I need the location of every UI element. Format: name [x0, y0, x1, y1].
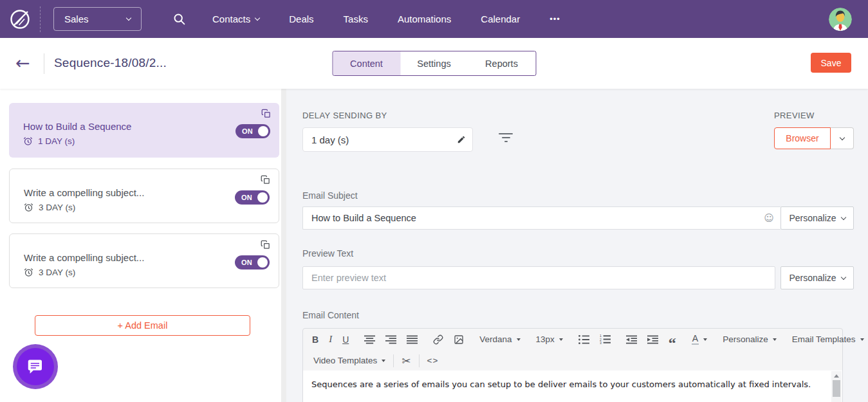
font-size-dropdown[interactable]: 13px: [531, 329, 568, 350]
copy-icon[interactable]: [261, 175, 270, 187]
underline-button[interactable]: U: [337, 329, 354, 350]
email-subject-input[interactable]: [302, 206, 780, 230]
email-card-delay: 3 DAY (s): [24, 203, 75, 212]
video-templates-dropdown[interactable]: Video Templates: [307, 350, 391, 371]
font-color-label: A: [692, 334, 699, 345]
filter-icon[interactable]: [497, 131, 515, 144]
tab-group: Content Settings Reports: [332, 51, 536, 76]
email-body-text: Sequences are a series of emails you can…: [303, 370, 842, 389]
personalize-label: Personalize: [723, 334, 768, 344]
app-logo[interactable]: [0, 8, 40, 31]
delay-input[interactable]: [302, 127, 473, 152]
nav-item-contacts[interactable]: Contacts: [198, 14, 274, 24]
nav-item-deals[interactable]: Deals: [274, 14, 328, 24]
email-card-delay: 1 DAY (s): [23, 136, 75, 146]
copy-icon[interactable]: [261, 109, 271, 121]
add-email-button[interactable]: + Add Email: [35, 315, 250, 336]
nav-more-button[interactable]: •••: [535, 14, 575, 24]
alarm-icon: [24, 268, 33, 277]
align-right-button[interactable]: [380, 329, 402, 350]
tab-reports[interactable]: Reports: [468, 51, 535, 75]
email-card[interactable]: How to Build a Sequence 1 DAY (s) ON: [9, 103, 279, 158]
code-view-button[interactable]: <>: [422, 350, 444, 371]
insert-image-button[interactable]: [448, 329, 469, 350]
tab-content[interactable]: Content: [333, 51, 400, 75]
header-divider: [44, 53, 44, 74]
subject-personalize-button[interactable]: Personalize: [780, 206, 854, 230]
copy-icon[interactable]: [261, 240, 270, 252]
email-subject-label: Email Subject: [302, 190, 358, 201]
email-subject-row: ☺ Personalize: [302, 206, 854, 230]
cut-button[interactable]: ✂: [396, 350, 416, 371]
email-card[interactable]: Write a compelling subject... 3 DAY (s) …: [9, 169, 279, 223]
delay-text: 1 DAY (s): [38, 136, 75, 146]
editor-scrollbar[interactable]: [831, 371, 842, 402]
tab-settings[interactable]: Settings: [400, 51, 468, 75]
dropdown-arrow-icon: [559, 338, 563, 341]
toggle-on-label: ON: [241, 259, 252, 266]
preview-button-group: Browser: [774, 127, 854, 149]
nav-item-tasks[interactable]: Tasks: [329, 14, 383, 24]
avatar-icon: [829, 8, 852, 31]
chat-bubble-icon: [26, 357, 45, 376]
indent-button[interactable]: [642, 329, 663, 350]
nav-items: Contacts Deals Tasks Automations Calenda…: [198, 14, 575, 24]
nav-item-automations[interactable]: Automations: [383, 14, 466, 24]
editor-personalize-dropdown[interactable]: Personalize: [717, 329, 782, 350]
save-button[interactable]: Save: [811, 53, 851, 73]
chevron-down-icon: [255, 15, 260, 21]
dropdown-arrow-icon: [517, 338, 521, 341]
pencil-icon[interactable]: [457, 135, 466, 147]
chevron-down-icon: [126, 15, 131, 21]
delay-text: 3 DAY (s): [39, 268, 75, 277]
font-color-dropdown[interactable]: A: [687, 329, 712, 350]
preview-browser-button[interactable]: Browser: [774, 127, 831, 149]
blockquote-button[interactable]: “: [663, 329, 681, 350]
user-avatar[interactable]: [829, 8, 852, 31]
email-card-title: Write a compelling subject...: [24, 187, 144, 198]
email-body-editor[interactable]: Sequences are a series of emails you can…: [302, 370, 843, 402]
personalize-label: Personalize: [789, 213, 836, 223]
numbered-list-button[interactable]: 123: [595, 329, 616, 350]
preview-personalize-button[interactable]: Personalize: [780, 266, 854, 289]
email-toggle[interactable]: ON: [235, 190, 270, 205]
preview-dropdown-button[interactable]: [831, 127, 854, 149]
dropdown-arrow-icon: [703, 338, 707, 341]
nav-item-calendar[interactable]: Calendar: [466, 14, 535, 24]
personalize-label: Personalize: [789, 273, 836, 283]
email-templates-dropdown[interactable]: Email Templates: [787, 329, 868, 350]
font-family-label: Verdana: [479, 334, 512, 344]
scroll-up-arrow-icon: [834, 374, 839, 378]
toggle-knob: [257, 192, 268, 203]
email-content-label: Email Content: [302, 310, 359, 320]
toolbar-row-1: B I U: [303, 329, 842, 350]
svg-text:3: 3: [600, 341, 602, 344]
bold-button[interactable]: B: [307, 329, 324, 350]
align-justify-button[interactable]: [402, 329, 423, 350]
italic-button[interactable]: I: [324, 329, 337, 350]
emoji-picker-icon[interactable]: ☺: [764, 212, 774, 224]
workspace-label: Sales: [64, 14, 89, 24]
align-center-button[interactable]: [359, 329, 380, 350]
email-toggle[interactable]: ON: [235, 255, 270, 270]
font-family-dropdown[interactable]: Verdana: [474, 329, 525, 350]
back-button[interactable]: ←: [15, 52, 30, 74]
workspace-dropdown[interactable]: Sales: [53, 7, 142, 31]
email-toggle[interactable]: ON: [235, 124, 270, 138]
toggle-knob: [258, 126, 268, 136]
toggle-on-label: ON: [241, 194, 252, 201]
insert-link-button[interactable]: [428, 329, 448, 350]
subject-input-wrap: ☺: [302, 206, 780, 230]
email-card-delay: 3 DAY (s): [24, 268, 75, 277]
outdent-button[interactable]: [621, 329, 642, 350]
email-card[interactable]: Write a compelling subject... 3 DAY (s) …: [9, 233, 279, 288]
bullet-list-button[interactable]: [573, 329, 595, 350]
dropdown-arrow-icon: [860, 338, 864, 341]
toggle-knob: [257, 257, 268, 268]
chat-widget-button[interactable]: [13, 344, 58, 389]
preview-text-input[interactable]: [302, 266, 775, 289]
search-button[interactable]: [172, 12, 186, 26]
dropdown-arrow-icon: [382, 360, 385, 362]
sidebar-scrollbar[interactable]: [281, 89, 286, 402]
chevron-down-icon: [840, 274, 845, 279]
